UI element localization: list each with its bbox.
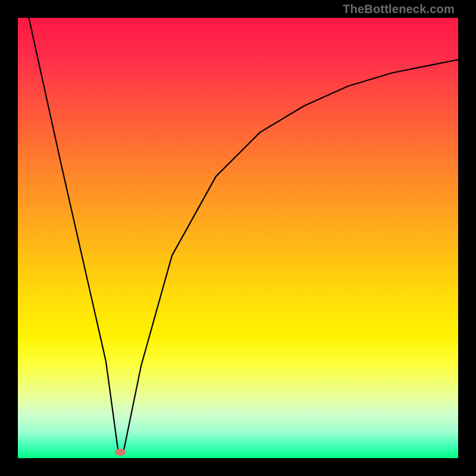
plot-area <box>18 18 458 458</box>
bottleneck-curve <box>18 18 458 458</box>
chart-frame: TheBottleneck.com <box>0 0 476 476</box>
minimum-marker <box>115 449 126 456</box>
watermark-text: TheBottleneck.com <box>343 2 455 16</box>
